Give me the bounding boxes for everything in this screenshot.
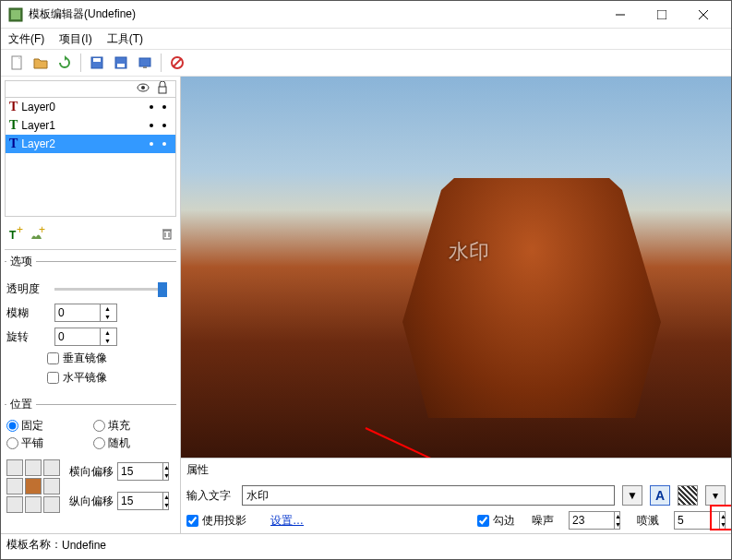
open-folder-icon[interactable] (30, 53, 51, 73)
svg-line-14 (174, 59, 181, 66)
rotate-label: 旋转 (6, 329, 47, 345)
layer-item[interactable]: T Layer0 (6, 98, 175, 116)
eye-icon[interactable] (137, 81, 150, 97)
properties-panel: 属性 输入文字 ▼ A ▾ 使用投影 设置… 勾边 噪声 ▲▼ 喷溅 ▲▼ (181, 458, 731, 533)
svg-rect-17 (159, 87, 166, 93)
save-icon[interactable] (87, 53, 107, 73)
noise-spinner[interactable]: ▲▼ (569, 511, 620, 530)
preview-canvas: 水印 (181, 77, 731, 458)
text-input-label: 输入文字 (186, 488, 234, 504)
vmirror-label: 垂直镜像 (63, 351, 107, 366)
svg-rect-11 (139, 58, 150, 66)
menu-tool[interactable]: 工具(T) (103, 30, 147, 49)
svg-rect-1 (11, 10, 20, 19)
blur-input[interactable] (55, 306, 100, 319)
delete-layer-icon[interactable] (160, 226, 174, 245)
noise-input[interactable] (570, 514, 614, 527)
outline-label: 勾边 (493, 513, 515, 529)
options-fieldset: 选项 透明度 模糊 ▲▼ 旋转 ▲▼ 垂直镜像 水平镜像 (5, 254, 176, 393)
position-fieldset: 位置 固定 填充 平铺 随机 横向偏移 ▲▼ (5, 397, 176, 518)
pos-tile-label: 平铺 (21, 435, 43, 451)
save-disk-icon[interactable] (111, 53, 131, 73)
svg-rect-10 (117, 64, 125, 67)
text-dropdown-button[interactable]: ▼ (622, 485, 642, 506)
forbidden-icon[interactable] (167, 53, 187, 73)
anchor-grid[interactable] (6, 459, 60, 513)
svg-rect-12 (143, 66, 147, 68)
shadow-label: 使用投影 (202, 513, 246, 529)
spray-input[interactable] (675, 514, 719, 527)
status-label: 模板名称： (6, 537, 62, 553)
rotate-input[interactable] (55, 330, 100, 343)
svg-rect-21 (163, 231, 171, 239)
pos-fill-label: 填充 (108, 418, 130, 434)
svg-rect-3 (657, 10, 666, 19)
annotation-arrow (366, 427, 684, 458)
statusbar: 模板名称： Undefine (1, 533, 731, 555)
layer-name: Layer0 (21, 101, 55, 113)
spray-spinner[interactable]: ▲▼ (674, 511, 726, 530)
pos-fixed-radio[interactable] (6, 420, 18, 432)
outline-checkbox[interactable] (477, 515, 489, 527)
spray-label: 喷溅 (637, 513, 665, 529)
svg-rect-8 (93, 58, 101, 62)
refresh-icon[interactable] (54, 53, 75, 73)
toolbar (1, 49, 731, 77)
svg-text:+: + (17, 226, 23, 236)
hmirror-checkbox[interactable] (47, 372, 59, 384)
layer-name: Layer1 (21, 119, 55, 132)
options-legend: 选项 (6, 254, 36, 269)
menubar: 文件(F) 项目(I) 工具(T) (1, 29, 731, 49)
window-title: 模板编辑器(Undefine) (29, 6, 599, 22)
menu-project[interactable]: 项目(I) (55, 30, 95, 49)
voff-input[interactable] (118, 494, 162, 507)
lock-icon[interactable] (157, 81, 168, 97)
svg-text:+: + (39, 226, 45, 236)
fill-dropdown-button[interactable]: ▾ (705, 485, 726, 506)
layers-list: T Layer0 T Layer1 T Layer2 (5, 97, 176, 217)
rotate-spinner[interactable]: ▲▼ (54, 328, 117, 346)
text-layer-icon: T (9, 137, 18, 151)
watermark-text-input[interactable] (242, 485, 615, 506)
svg-point-16 (141, 86, 145, 89)
pos-fill-radio[interactable] (93, 420, 105, 432)
hoff-spinner[interactable]: ▲▼ (117, 462, 169, 481)
props-legend: 属性 (186, 462, 726, 478)
noise-label: 噪声 (532, 513, 559, 529)
blur-label: 模糊 (6, 305, 47, 321)
pos-random-label: 随机 (108, 435, 130, 451)
maximize-button[interactable] (641, 2, 682, 28)
font-button[interactable]: A (650, 485, 670, 506)
text-layer-icon: T (9, 100, 18, 114)
position-legend: 位置 (6, 397, 36, 412)
text-layer-icon: T (9, 118, 18, 133)
add-text-layer-icon[interactable]: T+ (6, 226, 23, 245)
fill-pattern-button[interactable] (678, 485, 698, 506)
hoff-label: 横向偏移 (69, 464, 114, 480)
opacity-slider[interactable] (54, 288, 167, 291)
hmirror-label: 水平镜像 (63, 370, 107, 386)
blur-spinner[interactable]: ▲▼ (54, 304, 117, 322)
voff-spinner[interactable]: ▲▼ (117, 492, 169, 510)
layer-item[interactable]: T Layer1 (6, 116, 175, 135)
hoff-input[interactable] (118, 465, 162, 478)
pos-tile-radio[interactable] (6, 437, 18, 449)
minimize-button[interactable] (599, 2, 641, 28)
watermark-preview: 水印 (449, 238, 489, 266)
opacity-label: 透明度 (6, 281, 47, 297)
vmirror-checkbox[interactable] (47, 352, 59, 364)
menu-file[interactable]: 文件(F) (5, 30, 48, 49)
pos-random-radio[interactable] (93, 437, 105, 449)
new-file-icon[interactable] (6, 53, 27, 73)
settings-link[interactable]: 设置… (270, 513, 304, 529)
status-value: Undefine (62, 539, 106, 552)
voff-label: 纵向偏移 (69, 494, 114, 509)
close-button[interactable] (682, 2, 724, 28)
shadow-checkbox[interactable] (186, 515, 198, 527)
add-image-layer-icon[interactable]: + (29, 226, 45, 245)
pos-fixed-label: 固定 (21, 418, 43, 434)
app-icon (8, 7, 23, 22)
svg-text:T: T (9, 229, 17, 242)
screen-icon[interactable] (135, 53, 155, 73)
layer-item[interactable]: T Layer2 (6, 135, 175, 153)
